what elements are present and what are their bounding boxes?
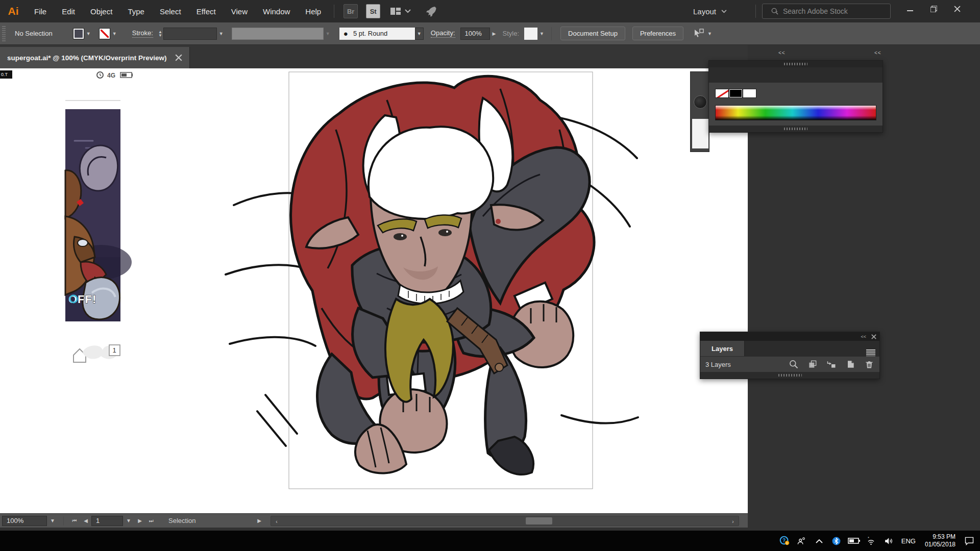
people-icon[interactable] [794,531,810,551]
stroke-weight-stepper[interactable]: ▲▼ [158,28,162,40]
page-widgets: 1 [74,345,120,362]
bluetooth-icon[interactable] [829,531,844,551]
panel-resize-bar[interactable] [709,126,883,132]
stroke-label[interactable]: Stroke: [132,29,153,38]
brush-definition-dropdown[interactable]: ● 5 pt. Round [339,28,415,40]
document-tab[interactable]: supergoat.ai* @ 100% (CMYK/Overprint Pre… [0,47,190,68]
align-icon[interactable] [692,28,705,40]
partial-panel [690,71,709,152]
layers-tab[interactable]: Layers [700,341,745,356]
new-sublayer-icon[interactable] [826,359,837,369]
stock-button[interactable]: St [366,4,380,18]
chevron-down-icon[interactable]: ▼ [217,28,226,39]
selection-status: No Selection [15,30,53,37]
chevron-down-icon[interactable]: ▼ [415,28,424,40]
panel-resize-bar[interactable] [700,372,879,379]
artboard-number-field[interactable]: 1 [91,516,123,526]
play-icon[interactable]: ▶ [254,516,265,526]
menu-help[interactable]: Help [298,7,329,16]
collapse-dock-icon[interactable]: << [778,50,786,56]
stroke-color-dropdown[interactable]: ▼ [99,28,119,39]
layout-dropdown[interactable]: Layout [693,7,727,16]
canvas-area[interactable]: 4G OFF! [0,68,748,513]
scroll-left-icon[interactable]: ‹ [271,516,282,527]
color-spectrum-bar[interactable] [715,105,876,120]
chevron-down-icon[interactable]: ▼ [47,516,58,526]
close-panel-icon[interactable] [871,334,876,339]
chevron-down-icon[interactable] [405,9,411,13]
next-artboard-button[interactable]: ▶ [134,516,145,526]
chevron-down-icon[interactable]: ▼ [537,28,546,39]
rocket-icon[interactable] [424,5,437,17]
workspace-switcher-icon[interactable] [389,6,402,16]
new-layer-icon[interactable] [845,359,855,369]
style-swatch[interactable] [524,28,537,40]
chevron-down-icon[interactable]: ▼ [705,28,714,39]
clipping-mask-icon[interactable] [807,359,818,369]
comic-panel-image[interactable]: OFF! [65,109,132,321]
close-tab-icon[interactable] [175,54,182,61]
document-setup-button[interactable]: Document Setup [560,27,625,40]
none-swatch[interactable] [715,89,729,98]
collapse-panel-icon[interactable]: << [861,334,866,339]
menu-type[interactable]: Type [120,7,152,16]
menu-view[interactable]: View [224,7,255,16]
variable-width-profile-dropdown[interactable] [232,28,324,40]
panel-drag-bar[interactable] [709,61,883,67]
stroke-swatch-none[interactable] [99,28,110,39]
layout-label: Layout [693,7,716,16]
search-adobe-stock-input[interactable]: Search Adobe Stock [762,4,891,19]
chevron-up-icon[interactable] [812,531,827,551]
fill-swatch[interactable] [73,28,84,39]
restore-button[interactable] [922,0,945,17]
white-swatch[interactable] [743,89,756,98]
menu-select[interactable]: Select [152,7,189,16]
zoom-level-field[interactable]: 100% [2,516,47,526]
svg-text:*: * [868,536,869,540]
previous-artboard-button[interactable]: ◀ [80,516,91,526]
language-indicator[interactable]: ENG [898,537,919,545]
last-artboard-button[interactable]: ⏭ [145,516,157,526]
panel-header[interactable]: << [700,332,879,341]
tool-status[interactable]: Selection [168,517,195,524]
scrollbar-thumb[interactable] [526,517,552,524]
chevron-right-icon[interactable]: ▶ [490,28,499,39]
first-artboard-button[interactable]: ⏮ [69,516,80,526]
taskbar-clock[interactable]: 9:53 PM 01/05/2018 [921,533,960,548]
menu-bar: FileEditObjectTypeSelectEffectViewWindow… [27,7,329,16]
menu-file[interactable]: File [27,7,54,16]
menu-object[interactable]: Object [83,7,120,16]
stroke-weight-field[interactable] [163,28,217,40]
search-icon [771,7,779,15]
battery-icon[interactable] [846,531,862,551]
fill-color-dropdown[interactable]: ▼ [73,28,93,39]
preferences-button[interactable]: Preferences [632,27,683,40]
menu-window[interactable]: Window [255,7,298,16]
wifi-icon[interactable]: * [864,531,879,551]
opacity-field[interactable]: 100% [460,28,490,40]
scroll-right-icon[interactable]: › [727,516,739,527]
illustrator-logo: Ai [0,5,27,17]
action-center-icon[interactable] [962,531,977,551]
menu-effect[interactable]: Effect [189,7,224,16]
close-button[interactable] [945,0,969,17]
network-indicator: 4G [107,72,115,79]
opacity-label[interactable]: Opacity: [431,29,455,38]
chevron-down-icon[interactable]: ▼ [123,516,134,526]
minimize-button[interactable] [898,0,922,17]
collapse-dock-icon[interactable]: << [874,50,881,56]
help-tray-icon[interactable]: ?i [777,531,792,551]
delete-layer-icon[interactable] [864,359,874,369]
creature-horn [80,145,117,191]
bridge-button[interactable]: Br [344,4,358,18]
panel-grip[interactable] [2,26,6,41]
chevron-down-icon[interactable]: ▼ [110,28,119,39]
horizontal-scrollbar[interactable]: ‹ › [271,516,739,526]
style-label: Style: [503,30,520,37]
black-swatch[interactable] [729,89,743,98]
menu-edit[interactable]: Edit [54,7,83,16]
volume-icon[interactable] [881,531,896,551]
panel-menu-icon[interactable] [866,349,875,356]
chevron-down-icon[interactable]: ▼ [84,28,93,39]
locate-object-icon[interactable] [789,359,799,369]
